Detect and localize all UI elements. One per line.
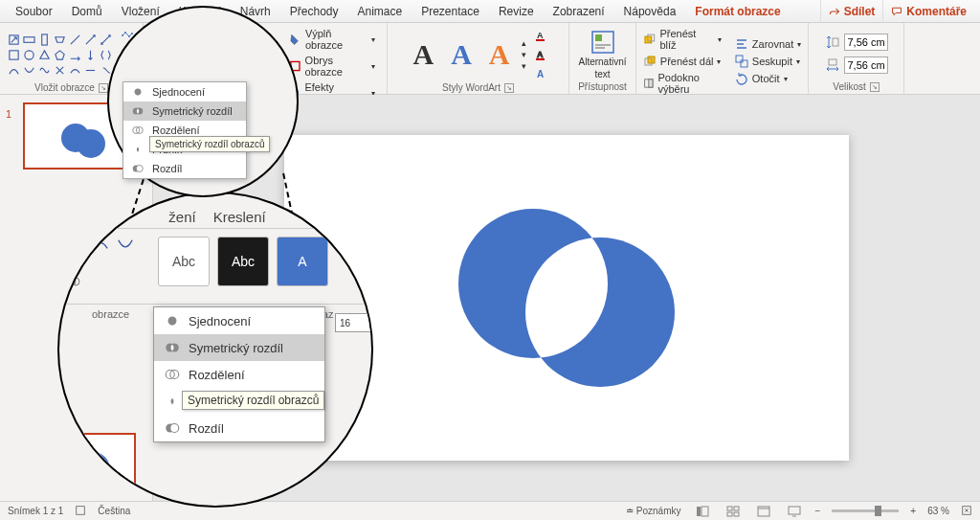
slide[interactable] <box>284 135 849 461</box>
tab-slideshow[interactable]: Prezentace <box>412 0 489 23</box>
tab-animations[interactable]: Animace <box>348 0 412 23</box>
svg-point-6 <box>124 32 126 34</box>
dialog-launcher-icon[interactable]: ↘ <box>504 83 514 93</box>
zoom-merge-menu: Sjednocení Symetrický rozdíl Rozdělení P… <box>153 306 325 442</box>
svg-rect-63 <box>789 507 800 514</box>
group-wordart-styles: A A A ▴▾▾ A A A Styly WordArt↘ <box>388 23 569 94</box>
zoom-ruler-value: 16 <box>335 313 373 332</box>
tab-file[interactable]: Soubor <box>6 0 62 23</box>
text-fill-button[interactable]: A <box>532 27 549 44</box>
svg-rect-58 <box>727 507 732 510</box>
zoom-merge-union: Sjednocení <box>154 307 324 334</box>
svg-rect-28 <box>649 79 653 87</box>
merge-union[interactable]: Sjednocení <box>123 82 246 102</box>
comments-label: Komentáře <box>906 5 967 18</box>
view-sorter-button[interactable] <box>724 504 743 519</box>
shape-height-input[interactable] <box>844 34 888 51</box>
svg-rect-30 <box>741 60 747 67</box>
view-normal-button[interactable] <box>693 504 712 519</box>
group-size: Velikost↘ <box>809 23 904 94</box>
shapes-gallery[interactable] <box>8 33 113 77</box>
dialog-launcher-icon[interactable]: ↘ <box>870 82 880 92</box>
zoom-slider[interactable] <box>832 509 899 512</box>
svg-rect-56 <box>697 507 701 516</box>
accessibility-status-icon[interactable] <box>75 505 86 518</box>
group-label-wordart-styles: Styly WordArt <box>442 82 501 93</box>
zoom-in-button[interactable]: + <box>910 506 916 516</box>
svg-point-4 <box>25 50 33 58</box>
group-shapes-button[interactable]: Seskupit ▾ <box>731 54 804 69</box>
tab-view[interactable]: Zobrazení <box>544 0 614 23</box>
status-language[interactable]: Čeština <box>98 506 130 516</box>
svg-rect-59 <box>734 507 739 510</box>
tab-help[interactable]: Nápověda <box>614 0 686 23</box>
comment-icon <box>891 6 902 17</box>
svg-rect-61 <box>734 512 739 516</box>
zoom-level[interactable]: 63 % <box>927 506 949 516</box>
group-label-accessibility: Přístupnost <box>578 81 627 92</box>
status-bar: Snímek 1 z 1 Čeština ≐ Poznámky − + 63 % <box>0 501 980 520</box>
merge-combine[interactable]: Symetrický rozdíl <box>123 102 246 121</box>
bring-forward-button[interactable]: Přenést blíž ▾ <box>639 27 725 52</box>
svg-rect-32 <box>829 59 836 65</box>
shape-fill-button[interactable]: Výplň obrazce ▾ <box>285 27 379 52</box>
zoom-style-1: Abc <box>158 237 210 286</box>
svg-rect-19 <box>536 58 545 60</box>
svg-rect-3 <box>10 50 18 58</box>
zoom-out-button[interactable]: − <box>815 506 821 516</box>
tab-review[interactable]: Revize <box>489 0 544 23</box>
notes-button[interactable]: ≐ Poznámky <box>626 506 680 516</box>
group-label-size: Velikost <box>833 81 865 92</box>
svg-point-38 <box>525 237 675 387</box>
svg-rect-22 <box>595 34 602 41</box>
shape-width-input[interactable] <box>844 57 888 74</box>
shape-outline-button[interactable]: Obrys obrazce ▾ <box>285 54 379 79</box>
group-arrange: Přenést blíž ▾ Přenést dál ▾ Podokno výb… <box>636 23 809 94</box>
wordart-style-3[interactable]: A <box>483 38 516 71</box>
share-icon <box>829 6 840 17</box>
svg-point-54 <box>170 424 179 433</box>
view-reading-button[interactable] <box>754 504 773 519</box>
merge-subtract[interactable]: Rozdíl <box>123 159 246 178</box>
tab-format-shape[interactable]: Formát obrazce <box>685 0 790 23</box>
zoom-merge-fragment: Rozdělení <box>154 361 324 388</box>
text-effects-button[interactable]: A <box>532 65 549 82</box>
rotate-button[interactable]: Otočit ▾ <box>731 71 791 86</box>
wordart-gallery-more[interactable]: ▴▾▾ <box>522 38 526 71</box>
svg-text:A: A <box>537 69 544 79</box>
zoom-merge-tooltip: Symetrický rozdíl obrazců <box>182 391 324 410</box>
venn-shapes[interactable] <box>442 202 691 394</box>
share-button[interactable]: Sdílet <box>820 0 883 23</box>
comments-button[interactable]: Komentáře <box>882 0 974 23</box>
dialog-launcher-icon[interactable]: ↘ <box>99 83 108 93</box>
zoom-merge-combine: Symetrický rozdíl <box>154 334 324 361</box>
thumb-circle-icon <box>77 129 105 158</box>
text-outline-button[interactable]: A <box>532 46 549 63</box>
alt-text-button[interactable]: Alternativní text <box>574 30 632 79</box>
svg-text:A: A <box>537 31 544 40</box>
svg-rect-57 <box>702 507 708 516</box>
wordart-style-2[interactable]: A <box>445 38 478 71</box>
wordart-style-1[interactable]: A <box>407 38 439 71</box>
shape-height-row <box>825 34 888 51</box>
merge-shapes-menu: Sjednocení Symetrický rozdíl Rozdělení P… <box>122 81 247 179</box>
group-accessibility: Alternativní text Přístupnost <box>569 23 636 94</box>
svg-point-8 <box>131 33 133 34</box>
svg-text:A: A <box>537 50 544 59</box>
zoom-shape-curve-icon <box>115 235 136 254</box>
fit-to-window-button[interactable] <box>961 505 972 518</box>
svg-rect-55 <box>77 506 85 514</box>
send-backward-button[interactable]: Přenést dál ▾ <box>639 54 725 69</box>
thumbnail-number: 1 <box>6 108 11 120</box>
svg-rect-1 <box>24 36 34 42</box>
svg-rect-29 <box>736 56 743 62</box>
zoom-annotation-large: žení Kreslení A Abc Abc A obrazce <box>57 192 373 508</box>
selection-pane-button[interactable]: Podokno výběru <box>639 71 725 96</box>
align-button[interactable]: Zarovnat ▾ <box>731 36 805 52</box>
tab-home[interactable]: Domů <box>62 0 112 23</box>
tab-transitions[interactable]: Přechody <box>280 0 348 23</box>
ribbon-tabs: Soubor Domů Vložení Kreslení Návrh Přech… <box>0 0 980 23</box>
height-icon <box>825 34 840 50</box>
view-slideshow-button[interactable] <box>785 504 804 519</box>
zoom-style-3: A <box>277 237 328 286</box>
